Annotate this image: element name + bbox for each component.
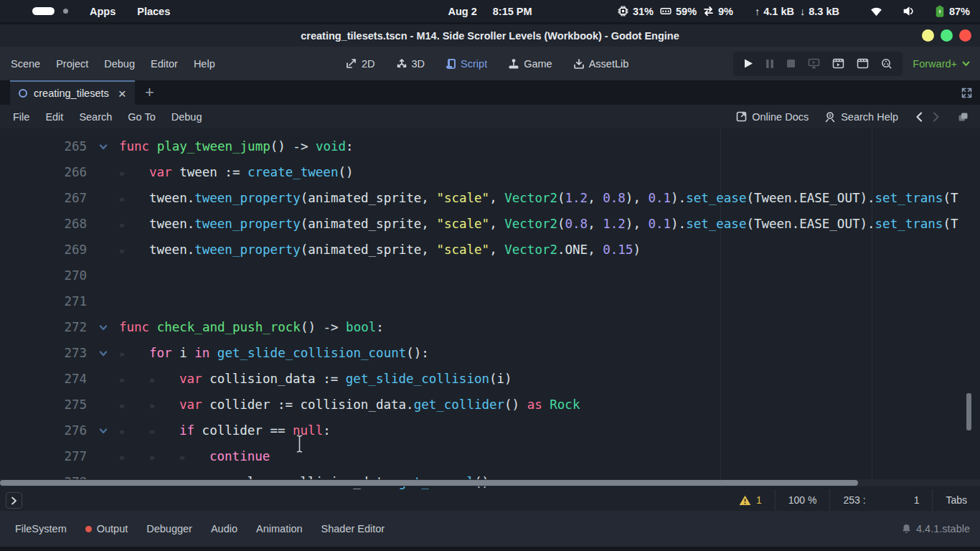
window-title-bar[interactable]: creating_tilesets.tscn - M14. Side Scrol…	[0, 22, 980, 47]
workspace-pill-icon[interactable]	[32, 7, 55, 15]
window-maximize-button[interactable]	[941, 29, 953, 42]
fold-arrow-icon[interactable]	[87, 418, 119, 443]
window-minimize-button[interactable]	[922, 29, 934, 42]
menu-search[interactable]: Search	[71, 111, 120, 123]
workspace-tab-label: Script	[461, 58, 487, 70]
code-line[interactable]: 268»tween.tween_property(animated_sprite…	[0, 211, 980, 237]
stop-button[interactable]	[786, 59, 796, 68]
play-custom-scene-button[interactable]	[857, 58, 869, 69]
version-indicator[interactable]: 4.4.1.stable	[902, 523, 970, 534]
code-line[interactable]: 275»»var collider := collision_data.get_…	[0, 392, 980, 418]
script-tab-creating-tilesets[interactable]: creating_tilesets ×	[10, 80, 135, 105]
battery-indicator[interactable]: 87%	[934, 5, 970, 18]
workspace-tab-script[interactable]: Script	[440, 58, 493, 70]
menu-debug-script[interactable]: Debug	[164, 111, 210, 123]
volume-icon[interactable]	[902, 5, 915, 17]
vertical-scrollbar-thumb[interactable]	[966, 393, 971, 430]
battery-value: 87%	[949, 6, 970, 17]
code-line[interactable]: 266»var tween := create_tween()	[0, 159, 980, 185]
horizontal-scrollbar-thumb[interactable]	[0, 480, 858, 486]
play-button[interactable]	[743, 58, 753, 69]
code-line[interactable]: 276»»if collider == null:	[0, 418, 980, 443]
line-number: 270	[0, 263, 87, 288]
swap-indicator[interactable]: 9%	[702, 5, 733, 17]
scripts-panel-toggle-button[interactable]	[6, 492, 22, 509]
window-close-button[interactable]	[959, 29, 971, 42]
workspace-tab-2d[interactable]: 2D	[340, 58, 381, 70]
line-number: 276	[0, 418, 87, 443]
menu-file[interactable]: File	[5, 111, 37, 123]
panel-tab-audio[interactable]: Audio	[202, 523, 247, 534]
panel-tab-animation[interactable]: Animation	[247, 523, 311, 534]
menu-scene[interactable]: Scene	[3, 58, 48, 70]
menu-debug[interactable]: Debug	[96, 58, 143, 70]
menu-project[interactable]: Project	[48, 58, 96, 70]
memory-indicator[interactable]: 59%	[659, 5, 697, 17]
code-line[interactable]: 270	[0, 263, 980, 288]
code-line[interactable]: 269»tween.tween_property(animated_sprite…	[0, 237, 980, 263]
zoom-level[interactable]: 100 %	[776, 489, 830, 511]
line-number: 277	[0, 443, 87, 469]
renderer-dropdown[interactable]: Forward+	[908, 58, 974, 70]
apps-menu[interactable]: Apps	[90, 6, 116, 17]
add-script-button[interactable]: +	[135, 80, 164, 105]
panel-tab-shader-editor[interactable]: Shader Editor	[312, 523, 395, 534]
code-line[interactable]: 274»»var collision_data := get_slide_col…	[0, 366, 980, 392]
fold-gutter	[87, 159, 119, 185]
menu-goto[interactable]: Go To	[120, 111, 163, 123]
tab-indent-icon: »	[149, 419, 179, 443]
fold-arrow-icon[interactable]	[87, 133, 119, 159]
workspace-tab-game[interactable]: Game	[502, 58, 558, 70]
clock[interactable]: Aug 2 8:15 PM	[448, 6, 532, 17]
play-current-scene-button[interactable]	[832, 58, 844, 69]
line-number: 272	[0, 314, 87, 340]
wifi-icon[interactable]	[870, 6, 883, 17]
history-back-button[interactable]	[915, 112, 923, 122]
panel-tab-filesystem[interactable]: FileSystem	[6, 523, 76, 534]
pause-button[interactable]	[765, 59, 774, 69]
code-text: »»var collision_data := get_slide_collis…	[119, 366, 980, 392]
menu-help[interactable]: Help	[186, 58, 223, 70]
fold-arrow-icon[interactable]	[87, 340, 119, 366]
net-down-indicator[interactable]: ↓ 8.3 kB	[800, 6, 839, 17]
code-line[interactable]: 267»tween.tween_property(animated_sprite…	[0, 185, 980, 211]
code-line[interactable]: 277»»»continue	[0, 443, 980, 469]
code-editor[interactable]: 265func play_tween_jump() -> void:266»va…	[0, 128, 980, 489]
menu-editor[interactable]: Editor	[143, 58, 186, 70]
search-help-button[interactable]: Search Help	[819, 111, 904, 123]
indent-mode[interactable]: Tabs	[933, 489, 980, 511]
workspace-tab-3d[interactable]: 3D	[390, 58, 431, 70]
caret-col: 1	[914, 494, 920, 506]
line-number: 269	[0, 237, 87, 263]
net-up-indicator[interactable]: ↑ 4.1 kB	[755, 6, 794, 17]
memory-value: 59%	[676, 6, 697, 17]
tab-indent-icon: »	[119, 238, 149, 263]
warnings-indicator[interactable]: 1	[726, 489, 775, 511]
expand-editor-icon[interactable]	[961, 80, 972, 105]
code-line[interactable]: 265func play_tween_jump() -> void:	[0, 133, 980, 159]
caret-position[interactable]: 253 : 1	[830, 489, 932, 511]
renderer-label: Forward+	[913, 58, 957, 70]
online-docs-button[interactable]: Online Docs	[730, 111, 814, 123]
panel-tab-debugger[interactable]: Debugger	[137, 523, 202, 534]
scripts-panel-icon[interactable]	[951, 111, 974, 123]
system-bar: Apps Places Aug 2 8:15 PM 31% 59% 9% ↑	[0, 0, 980, 22]
godot-menu-bar: Scene Project Debug Editor Help 2D 3D Sc…	[0, 47, 980, 80]
line-number: 266	[0, 159, 87, 185]
fold-gutter	[87, 185, 119, 211]
history-forward-button[interactable]	[933, 112, 940, 122]
places-menu[interactable]: Places	[137, 6, 170, 17]
menu-edit[interactable]: Edit	[37, 111, 71, 123]
panel-tab-output[interactable]: Output	[76, 523, 138, 534]
fold-arrow-icon[interactable]	[87, 314, 119, 340]
close-icon[interactable]: ×	[118, 87, 126, 100]
workspace-dot-icon[interactable]	[63, 9, 68, 14]
movie-maker-button[interactable]	[881, 58, 892, 70]
workspace-tab-assetlib[interactable]: AssetLib	[567, 58, 635, 70]
cpu-indicator[interactable]: 31%	[617, 5, 654, 17]
code-line[interactable]: 271	[0, 288, 980, 314]
code-line[interactable]: 273»for i in get_slide_collision_count()…	[0, 340, 980, 366]
play-remote-button[interactable]	[808, 58, 820, 69]
code-line[interactable]: 272func check_and_push_rock() -> bool:	[0, 314, 980, 340]
fold-gutter	[87, 237, 119, 263]
